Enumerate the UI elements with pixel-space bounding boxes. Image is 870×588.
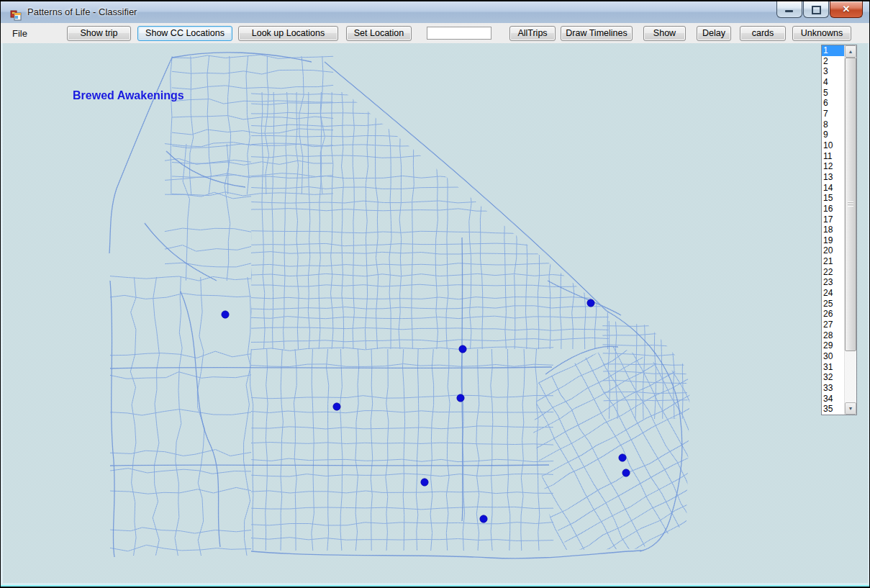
list-item-17[interactable]: 17 xyxy=(822,214,844,225)
cc-location-dot[interactable] xyxy=(333,403,340,410)
list-item-8[interactable]: 8 xyxy=(822,119,844,130)
location-input[interactable] xyxy=(427,27,491,40)
city-map[interactable] xyxy=(1,43,869,583)
show-cc-locations-button[interactable]: Show CC Locations xyxy=(137,26,232,41)
maximize-button[interactable] xyxy=(803,1,829,18)
list-item-25[interactable]: 25 xyxy=(822,299,844,309)
list-item-1[interactable]: 1 xyxy=(822,45,844,56)
title-bar: Patterns of Life - Classifier ✕ xyxy=(1,1,869,24)
cc-location-dot[interactable] xyxy=(421,479,428,486)
map-annotation: Brewed Awakenings xyxy=(73,89,184,102)
window-controls: ✕ xyxy=(776,1,863,18)
look-up-locations-button[interactable]: Look up Locations xyxy=(238,26,338,41)
scroll-grip-icon xyxy=(848,202,853,207)
cards-button[interactable]: cards xyxy=(740,26,786,41)
list-item-29[interactable]: 29 xyxy=(822,340,844,351)
window-title: Patterns of Life - Classifier xyxy=(27,6,137,17)
close-button[interactable]: ✕ xyxy=(830,1,863,18)
window-frame-accent xyxy=(1,585,869,587)
list-item-34[interactable]: 34 xyxy=(822,394,844,404)
list-item-2[interactable]: 2 xyxy=(822,56,844,67)
list-item-13[interactable]: 13 xyxy=(822,172,844,183)
list-item-12[interactable]: 12 xyxy=(822,161,844,172)
list-item-27[interactable]: 27 xyxy=(822,320,844,330)
map-panel[interactable]: Brewed Awakenings 1234567891011121314151… xyxy=(1,43,869,583)
cc-location-dot[interactable] xyxy=(587,299,594,307)
list-item-21[interactable]: 21 xyxy=(822,256,844,267)
file-menu[interactable]: File xyxy=(9,27,35,40)
list-item-30[interactable]: 30 xyxy=(822,351,844,362)
close-icon: ✕ xyxy=(830,4,862,14)
list-item-15[interactable]: 15 xyxy=(822,193,844,204)
list-item-9[interactable]: 9 xyxy=(822,130,844,140)
toolbar: File Show tripShow CC LocationsLook up L… xyxy=(1,23,869,44)
all-trips-button[interactable]: AllTrips xyxy=(509,26,556,41)
list-item-32[interactable]: 32 xyxy=(822,372,844,383)
list-item-23[interactable]: 23 xyxy=(822,277,844,288)
cc-location-dot[interactable] xyxy=(622,469,630,476)
unknowns-button[interactable]: Unknowns xyxy=(792,26,851,41)
show-button[interactable]: Show xyxy=(643,26,686,41)
list-item-3[interactable]: 3 xyxy=(822,66,844,77)
list-item-35[interactable]: 35 xyxy=(822,404,844,415)
list-item-4[interactable]: 4 xyxy=(822,77,844,88)
list-item-11[interactable]: 11 xyxy=(822,151,844,162)
trip-list-items: 1234567891011121314151617181920212223242… xyxy=(822,45,844,415)
list-item-19[interactable]: 19 xyxy=(822,235,844,246)
scroll-thumb[interactable] xyxy=(845,58,856,351)
trip-list[interactable]: 1234567891011121314151617181920212223242… xyxy=(821,45,857,415)
cc-location-dot[interactable] xyxy=(457,394,464,402)
list-item-22[interactable]: 22 xyxy=(822,267,844,278)
list-scrollbar[interactable]: ▲ ▼ xyxy=(844,45,856,415)
maximize-icon xyxy=(812,6,821,14)
scroll-down-button[interactable]: ▼ xyxy=(845,402,856,415)
cc-location-dot[interactable] xyxy=(480,515,487,523)
cc-location-dot[interactable] xyxy=(459,345,466,353)
show-trip-button[interactable]: Show trip xyxy=(67,26,131,41)
list-item-10[interactable]: 10 xyxy=(822,140,844,151)
list-item-18[interactable]: 18 xyxy=(822,225,844,235)
cc-location-dot[interactable] xyxy=(619,454,626,461)
list-item-5[interactable]: 5 xyxy=(822,88,844,99)
scroll-up-button[interactable]: ▲ xyxy=(845,45,856,58)
app-icon xyxy=(10,9,22,21)
list-item-31[interactable]: 31 xyxy=(822,362,844,373)
list-item-24[interactable]: 24 xyxy=(822,288,844,299)
cc-location-dot[interactable] xyxy=(222,311,229,318)
minimize-button[interactable] xyxy=(776,1,802,18)
list-item-14[interactable]: 14 xyxy=(822,183,844,194)
draw-timelines-button[interactable]: Draw Timelines xyxy=(561,26,633,41)
list-item-28[interactable]: 28 xyxy=(822,330,844,341)
list-item-26[interactable]: 26 xyxy=(822,309,844,320)
list-item-33[interactable]: 33 xyxy=(822,383,844,394)
list-item-16[interactable]: 16 xyxy=(822,204,844,214)
delay-button[interactable]: Delay xyxy=(697,26,731,41)
minimize-icon xyxy=(785,10,793,12)
list-item-6[interactable]: 6 xyxy=(822,98,844,109)
list-item-20[interactable]: 20 xyxy=(822,245,844,256)
set-location-button[interactable]: Set Location xyxy=(346,26,412,41)
list-item-7[interactable]: 7 xyxy=(822,109,844,119)
street-network xyxy=(110,55,749,581)
